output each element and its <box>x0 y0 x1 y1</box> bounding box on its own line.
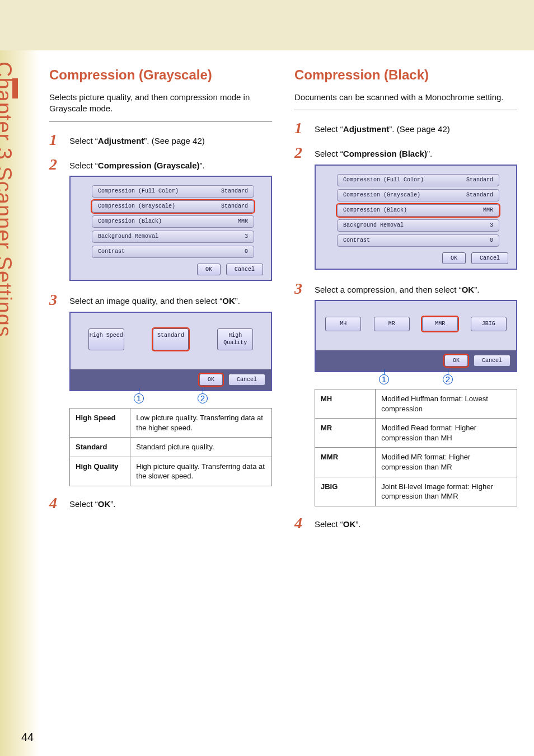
settings-row[interactable]: Compression (Grayscale)Standard <box>337 189 499 201</box>
step-number: 2 <box>49 157 69 172</box>
term-cell: Standard <box>70 438 130 457</box>
option-button[interactable]: MH <box>325 317 361 331</box>
ok-button[interactable]: OK <box>444 355 468 367</box>
term-cell: MR <box>315 419 376 448</box>
compression-table-right: MHModified Huffman format: Lowest compre… <box>315 389 517 506</box>
callouts-right: 1 2 <box>315 374 517 384</box>
step-number: 4 <box>49 495 69 511</box>
settings-row[interactable]: Background Removal3 <box>92 231 254 243</box>
cancel-button[interactable]: Cancel <box>228 374 265 386</box>
term-cell: MH <box>315 389 376 419</box>
option-button[interactable]: Standard <box>153 328 189 350</box>
settings-row-value: 0 <box>490 237 493 245</box>
ok-button[interactable]: OK <box>442 252 466 265</box>
top-band <box>0 0 534 50</box>
step-text: Select “Adjustment”. (See page 42) <box>315 120 517 135</box>
settings-row-label: Background Removal <box>343 222 404 229</box>
settings-row-value: Standard <box>221 187 248 195</box>
right-step-3: 3 Select a compression, and then select … <box>294 281 517 506</box>
step-text: Select a compression, and then select “O… <box>315 281 517 506</box>
settings-row-label: Background Removal <box>98 233 158 241</box>
step-text: Select “OK”. <box>69 495 272 510</box>
content: Compression (Grayscale) Selects picture … <box>49 67 517 540</box>
callout-1: 1 <box>134 393 144 403</box>
settings-row[interactable]: Contrast0 <box>337 234 499 247</box>
options-panel-left: High SpeedStandardHigh Quality OK Cancel <box>69 312 272 392</box>
term-cell: High Quality <box>70 457 130 486</box>
cancel-button[interactable]: Cancel <box>471 252 508 265</box>
heading-grayscale: Compression (Grayscale) <box>49 67 272 83</box>
settings-row[interactable]: Background Removal3 <box>337 219 499 232</box>
left-step-1: 1 Select “Adjustment”. (See page 42) <box>49 132 272 148</box>
table-row: MHModified Huffman format: Lowest compre… <box>315 389 517 419</box>
desc-cell: Modified Read format: Higher compression… <box>376 419 517 448</box>
step-text: Select “Compression (Black)”. Compressio… <box>315 145 517 272</box>
settings-row-label: Compression (Black) <box>98 218 162 226</box>
cancel-button[interactable]: Cancel <box>474 355 510 367</box>
right-step-4: 4 Select “OK”. <box>294 515 517 531</box>
settings-row-value: MMR <box>238 218 248 226</box>
quality-table-left: High SpeedLow picture quality. Transferr… <box>69 408 272 486</box>
ok-button[interactable]: OK <box>199 374 223 386</box>
term-cell: MMR <box>315 448 376 477</box>
step-text: Select “OK”. <box>315 515 517 530</box>
table-row: High SpeedLow picture quality. Transferr… <box>70 408 272 438</box>
step-number: 2 <box>294 145 315 161</box>
table-row: MMRModified MR format: Higher compressio… <box>315 448 517 477</box>
right-column: Compression (Black) Documents can be sca… <box>294 67 517 540</box>
settings-row-value: Standard <box>466 176 493 184</box>
chapter-label: Chapter 3 Scanner Settings <box>0 62 16 337</box>
option-button[interactable]: MMR <box>422 317 458 331</box>
heading-black: Compression (Black) <box>294 67 517 83</box>
settings-row-label: Compression (Black) <box>343 206 407 214</box>
settings-row-label: Contrast <box>343 237 370 245</box>
term-cell: High Speed <box>70 408 130 438</box>
desc-cell: Modified MR format: Higher compression t… <box>376 448 517 477</box>
left-step-2: 2 Select “Compression (Grayscale)”. Comp… <box>49 157 272 284</box>
desc-cell: Modified Huffman format: Lowest compress… <box>376 389 517 419</box>
callout-2: 2 <box>443 374 453 384</box>
settings-row-value: 3 <box>490 222 493 229</box>
step-number: 3 <box>294 281 315 297</box>
options-panel-right: MHMRMMRJBIG OK Cancel <box>315 300 517 372</box>
settings-row-label: Compression (Grayscale) <box>343 191 420 199</box>
cancel-button[interactable]: Cancel <box>226 264 263 276</box>
callout-1: 1 <box>379 374 389 384</box>
callout-2: 2 <box>198 393 208 403</box>
step-number: 1 <box>49 132 69 148</box>
option-button[interactable]: High Speed <box>88 328 124 350</box>
settings-row-label: Compression (Full Color) <box>98 187 179 195</box>
table-row: MRModified Read format: Higher compressi… <box>315 419 517 448</box>
right-step-2: 2 Select “Compression (Black)”. Compress… <box>294 145 517 272</box>
page-number: 44 <box>21 731 34 744</box>
settings-panel-left: Compression (Full Color)StandardCompress… <box>69 176 272 281</box>
desc-cell: Joint Bi-level Image format: Higher comp… <box>376 477 517 506</box>
step-number: 4 <box>294 515 315 531</box>
settings-row[interactable]: Contrast0 <box>92 246 254 258</box>
option-button[interactable]: High Quality <box>217 328 253 350</box>
settings-row[interactable]: Compression (Full Color)Standard <box>337 174 499 186</box>
intro-black: Documents can be scanned with a Monochro… <box>294 92 517 110</box>
option-button[interactable]: MR <box>374 317 410 331</box>
settings-row-value: 3 <box>245 233 248 241</box>
intro-grayscale: Selects picture quality, and then compre… <box>49 92 272 122</box>
ok-button[interactable]: OK <box>197 264 221 276</box>
step-text: Select “Adjustment”. (See page 42) <box>69 132 272 147</box>
settings-row[interactable]: Compression (Grayscale)Standard <box>92 200 254 213</box>
step-number: 1 <box>294 120 315 136</box>
table-row: High QualityHigh picture quality. Transf… <box>70 457 272 486</box>
settings-row-label: Compression (Grayscale) <box>98 203 175 210</box>
left-step-3: 3 Select an image quality, and then sele… <box>49 292 272 486</box>
settings-row-value: Standard <box>221 203 248 210</box>
settings-row-label: Contrast <box>98 248 125 256</box>
settings-row[interactable]: Compression (Black)MMR <box>337 204 499 217</box>
settings-row[interactable]: Compression (Black)MMR <box>92 215 254 228</box>
desc-cell: High picture quality. Transferring data … <box>130 457 272 486</box>
term-cell: JBIG <box>315 477 376 506</box>
step-number: 3 <box>49 292 69 308</box>
settings-panel-right: Compression (Full Color)StandardCompress… <box>315 165 517 270</box>
settings-row[interactable]: Compression (Full Color)Standard <box>92 185 254 198</box>
step-text: Select an image quality, and then select… <box>69 292 272 486</box>
option-button[interactable]: JBIG <box>471 317 507 331</box>
right-step-1: 1 Select “Adjustment”. (See page 42) <box>294 120 517 136</box>
